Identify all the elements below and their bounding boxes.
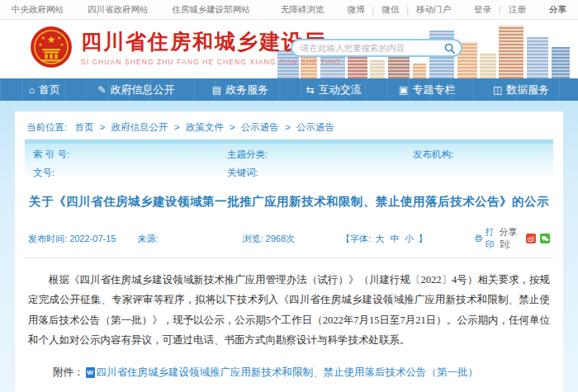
weibo-link[interactable]: 微博 — [348, 4, 365, 16]
site-header: ★ ★ ★ ★ ★ 四川省住房和城乡建设厅 SI CHUAN SHENG ZHU… — [0, 21, 578, 78]
share-to-group: 分享到: — [500, 226, 550, 251]
nav-label: 政府信息公开 — [110, 83, 174, 97]
attachment-label: 附件： — [53, 366, 84, 380]
mobile-portal-link[interactable]: 移动门户 — [416, 4, 451, 16]
breadcrumb: 当前位置: 首页 > 政府信息公开 > 政策文件 > 公示通告 > 公示通告 — [25, 118, 553, 139]
publish-time: 发布时间: 2022-07-15 — [28, 233, 116, 245]
svg-text:★: ★ — [47, 34, 56, 45]
nav-item-interaction[interactable]: 互动交流 — [306, 83, 362, 97]
nav-item-home[interactable]: 首页 — [29, 83, 60, 97]
index-number-label: 索 引 号: — [33, 149, 227, 161]
breadcrumb-item-policy-files[interactable]: 政策文件 — [186, 122, 224, 132]
accessibility-link[interactable]: 无障碍浏览 — [281, 4, 325, 16]
article-body: 根据《四川省住房城乡建设领域新技术推广应用管理办法（试行）》（川建行规〔2022… — [25, 270, 553, 351]
article-title: 关于《四川省住房城乡建设领域第一批推广应用新技术和限制、禁止使用落后技术公告》的… — [25, 194, 553, 210]
content-panel: 当前位置: 首页 > 政府信息公开 > 政策文件 > 公示通告 > 公示通告 索… — [15, 111, 563, 392]
search-icon[interactable] — [443, 42, 456, 54]
breadcrumb-separator: > — [285, 122, 291, 132]
source-label: 来源: — [137, 233, 158, 245]
topbar-link-mohurd[interactable]: 住房城乡建设部网站 — [172, 4, 250, 14]
print-button[interactable]: 打印 — [475, 226, 499, 251]
national-emblem-logo: ★ ★ ★ ★ ★ — [30, 26, 73, 68]
breadcrumb-separator: > — [100, 122, 106, 132]
nav-label: 数据服务 — [506, 83, 549, 97]
data-services-icon — [493, 85, 502, 95]
breadcrumb-separator: > — [174, 122, 180, 132]
interaction-icon — [306, 85, 315, 95]
share-link[interactable]: 分享 — [549, 4, 566, 16]
nav-label: 政务服务 — [225, 83, 268, 97]
topbar-link-central-gov[interactable]: 中央政府网站 — [12, 4, 64, 14]
font-size-small[interactable]: 小 — [405, 234, 414, 243]
main-nav: 首页 政府信息公开 政务服务 互动交流 专题专栏 数据服务 — [0, 78, 578, 101]
special-topics-icon — [399, 85, 408, 95]
topbar-right-links: 无障碍浏览 微博 | 微信 | 移动门户 登录 / 注册 分享 — [281, 4, 566, 16]
gov-services-icon — [212, 85, 221, 95]
nav-label: 互动交流 — [319, 83, 362, 97]
attachment-row: 附件： W 四川省住房城乡建设领域推广应用新技术和限制、禁止使用落后技术公告（第… — [25, 366, 553, 380]
topic-category-label: 主题分类: — [227, 149, 413, 161]
page-background: 当前位置: 首页 > 政府信息公开 > 政策文件 > 公示通告 > 公示通告 索… — [0, 101, 578, 392]
search-input[interactable] — [301, 43, 443, 53]
font-size-large[interactable]: 大 — [375, 234, 384, 243]
divider: | — [372, 5, 375, 15]
nav-item-data-services[interactable]: 数据服务 — [493, 83, 549, 97]
document-info-box: 索 引 号: 主题分类: 发布机构: 文号: 关键词: — [25, 139, 553, 177]
font-size-medium[interactable]: 中 — [390, 234, 399, 243]
weibo-share-icon[interactable] — [526, 232, 536, 245]
printer-icon — [475, 234, 482, 243]
nav-item-info-disclosure[interactable]: 政府信息公开 — [97, 83, 174, 97]
nav-label: 首页 — [39, 83, 60, 97]
share-to-label: 分享到: — [500, 226, 522, 251]
page-root: 中央政府网站 四川省政府网站 住房城乡建设部网站 无障碍浏览 微博 | 微信 |… — [0, 0, 578, 392]
font-selector-suffix: 】 — [418, 234, 427, 243]
topbar: 中央政府网站 四川省政府网站 住房城乡建设部网站 无障碍浏览 微博 | 微信 |… — [0, 0, 578, 20]
home-icon — [29, 85, 35, 95]
svg-text:★: ★ — [57, 35, 61, 40]
nav-label: 专题专栏 — [412, 83, 455, 97]
keyword-label: 关键词: — [227, 167, 413, 179]
wechat-link[interactable]: 微信 — [381, 4, 399, 16]
svg-text:★: ★ — [41, 35, 45, 40]
breadcrumb-item-home[interactable]: 首页 — [74, 122, 93, 132]
nav-item-gov-services[interactable]: 政务服务 — [212, 83, 268, 97]
info-disclosure-icon — [97, 85, 106, 95]
login-link[interactable]: 登录 — [474, 4, 491, 16]
divider: | — [406, 5, 409, 15]
document-number-label: 文号: — [33, 167, 227, 179]
article-meta-bar: 发布时间: 2022-07-15 来源: 浏览: 2968次 【字体: 大 中 … — [25, 226, 553, 258]
svg-text:★: ★ — [39, 42, 43, 47]
nav-item-special-topics[interactable]: 专题专栏 — [399, 83, 455, 97]
svg-text:★: ★ — [60, 42, 64, 47]
word-document-icon: W — [86, 367, 95, 378]
topbar-left-links: 中央政府网站 四川省政府网站 住房城乡建设部网站 — [12, 4, 272, 16]
breadcrumb-item-notices[interactable]: 公示通告 — [241, 122, 279, 132]
breadcrumb-item-info-disclosure[interactable]: 政府信息公开 — [111, 122, 168, 132]
view-count: 浏览: 2968次 — [242, 233, 295, 245]
breadcrumb-item-notices-current[interactable]: 公示通告 — [296, 122, 334, 132]
breadcrumb-prefix: 当前位置: — [26, 122, 67, 132]
attachment-link[interactable]: 四川省住房城乡建设领域推广应用新技术和限制、禁止使用落后技术公告（第一批） — [97, 366, 479, 380]
site-subtitle-pinyin: SI CHUAN SHENG ZHU FANG HE CHENG XIANG J… — [81, 58, 341, 66]
topbar-link-sichuan-gov[interactable]: 四川省政府网站 — [88, 4, 149, 14]
wechat-share-icon[interactable] — [540, 232, 550, 245]
font-size-selector: 【字体: 大 中 小 】 — [341, 233, 427, 245]
issuing-agency-label: 发布机构: — [413, 149, 545, 161]
search-box — [291, 39, 462, 57]
breadcrumb-separator: > — [230, 122, 235, 132]
register-link[interactable]: 注册 — [509, 4, 526, 16]
login-register-slash: / — [499, 5, 501, 15]
font-selector-prefix: 【字体: — [341, 234, 371, 243]
